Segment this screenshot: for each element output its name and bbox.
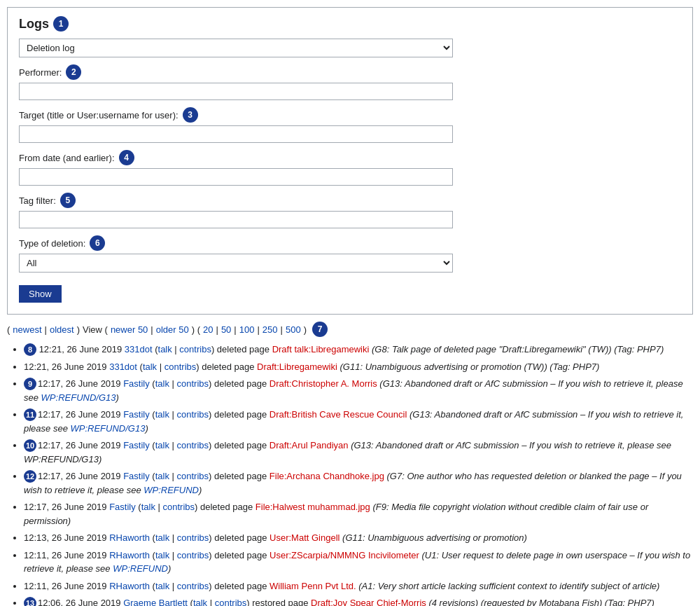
- entry-page[interactable]: Draft:British Cave Rescue Council: [270, 409, 407, 420]
- entry-page[interactable]: User:ZScarpia/NMMNG Incivilometer: [270, 550, 419, 560]
- entry-action: deleted page: [214, 440, 270, 450]
- entry-talk[interactable]: talk: [155, 581, 169, 591]
- performer-input[interactable]: [19, 83, 453, 100]
- target-input[interactable]: [19, 125, 453, 143]
- entry-refund-link[interactable]: WP:REFUND: [113, 563, 168, 574]
- nav-sep1: |: [45, 324, 47, 335]
- entry-time: 12:17, 26 June 2019: [38, 409, 123, 420]
- type-deletion-label: Type of deletion: 6: [19, 235, 681, 251]
- target-row: Target (title or User:username for user)…: [19, 107, 681, 143]
- entry-page[interactable]: Draft:Arul Pandiyan: [270, 440, 349, 450]
- entry-contribs[interactable]: contribs: [177, 471, 209, 481]
- entry-contribs[interactable]: contribs: [177, 550, 209, 560]
- from-date-row: From date (and earlier): 4 No date selec…: [19, 150, 681, 186]
- entry-reason: (G11: Unambiguous advertising or promoti…: [342, 532, 527, 543]
- entry-talk[interactable]: talk: [155, 378, 169, 389]
- entry-user[interactable]: 331dot: [109, 361, 137, 372]
- nav-sep6: |: [234, 324, 236, 335]
- entry-talk[interactable]: talk: [143, 361, 157, 372]
- log-type-select[interactable]: Deletion log: [19, 39, 453, 57]
- entry-time: 12:17, 26 June 2019: [24, 502, 109, 512]
- tag-filter-label: Tag filter: 5: [19, 193, 681, 208]
- nav-oldest[interactable]: oldest: [50, 324, 74, 335]
- entry-contribs[interactable]: contribs: [164, 361, 197, 372]
- entry-tag: (Tag: PHP7): [605, 598, 654, 606]
- nav-50[interactable]: 50: [221, 324, 231, 335]
- entry-contribs[interactable]: contribs: [177, 378, 209, 389]
- nav-newer50[interactable]: newer 50: [111, 324, 148, 335]
- nav-sep8: |: [281, 324, 283, 335]
- entry-action: deleted page: [217, 344, 272, 354]
- entry-contribs[interactable]: contribs: [177, 440, 209, 450]
- entry-contribs[interactable]: contribs: [177, 532, 209, 543]
- from-date-input[interactable]: No date selected: [19, 168, 453, 186]
- entry-contribs[interactable]: contribs: [177, 581, 209, 591]
- entry-talk[interactable]: talk: [155, 440, 169, 450]
- entry-page[interactable]: Draft:Joy Spear Chief-Morris: [311, 598, 426, 606]
- entry-contribs[interactable]: contribs: [215, 598, 247, 606]
- entry-page[interactable]: Draft:Christopher A. Morris: [270, 378, 377, 389]
- entry-user[interactable]: RHaworth: [109, 581, 150, 591]
- show-button[interactable]: Show: [19, 285, 62, 303]
- entry-page[interactable]: Draft:Libregamewiki: [257, 361, 337, 372]
- entry-talk[interactable]: talk: [155, 550, 169, 560]
- nav-100[interactable]: 100: [239, 324, 255, 335]
- step-2-badge: 2: [66, 64, 81, 80]
- entry-user[interactable]: Fastily: [123, 378, 150, 389]
- nav-older50[interactable]: older 50: [156, 324, 189, 335]
- entry-reason: (A1: Very short article lacking sufficie…: [358, 581, 659, 591]
- entry-action: deleted page: [214, 471, 270, 481]
- entry-user[interactable]: RHaworth: [109, 550, 150, 560]
- entry-contribs[interactable]: contribs: [177, 409, 209, 420]
- from-date-label: From date (and earlier): 4: [19, 150, 681, 165]
- entry-contribs[interactable]: contribs: [179, 344, 211, 354]
- entry-talk[interactable]: talk: [155, 532, 169, 543]
- entry-user[interactable]: 331dot: [125, 344, 153, 354]
- entry-page[interactable]: William Penn Pvt Ltd.: [270, 581, 356, 591]
- log-entry: 8 12:21, 26 June 2019 331dot (talk | con…: [24, 343, 693, 357]
- entry-user[interactable]: Graeme Bartlett: [123, 598, 188, 606]
- entry-refund-link[interactable]: WP:REFUND/G13: [71, 423, 146, 434]
- tag-filter-input[interactable]: [19, 211, 453, 228]
- entry-talk[interactable]: talk: [155, 471, 169, 481]
- entry-talk[interactable]: talk: [193, 598, 207, 606]
- entry-time: 12:11, 26 June 2019: [24, 550, 109, 560]
- nav-500[interactable]: 500: [286, 324, 301, 335]
- nav-line: ( newest | oldest ) View ( newer 50 | ol…: [7, 322, 693, 337]
- entry-time: 12:21, 26 June 2019: [24, 361, 109, 372]
- entry-talk[interactable]: talk: [155, 409, 169, 420]
- entry-page[interactable]: File:Halwest muhammad.jpg: [255, 502, 370, 512]
- logs-form: Logs 1 Deletion log Performer: 2 Target …: [7, 7, 693, 315]
- nav-250[interactable]: 250: [262, 324, 278, 335]
- entry-time: 12:17, 26 June 2019: [38, 378, 123, 389]
- entry-user[interactable]: Fastily: [123, 409, 150, 420]
- entry-page[interactable]: Draft talk:Libregamewiki: [272, 344, 370, 354]
- entry-user[interactable]: Fastily: [123, 471, 150, 481]
- entry-contribs[interactable]: contribs: [163, 502, 195, 512]
- entry-refund-link[interactable]: WP:REFUND: [144, 485, 199, 495]
- tag-filter-row: Tag filter: 5: [19, 193, 681, 228]
- entry-talk[interactable]: talk: [141, 502, 155, 512]
- step-4-badge: 4: [119, 150, 134, 165]
- step-1-badge: 1: [53, 16, 69, 32]
- entry-time: 12:21, 26 June 2019: [39, 344, 125, 354]
- entry-time: 12:06, 26 June 2019: [38, 598, 123, 606]
- nav-20[interactable]: 20: [203, 324, 213, 335]
- logs-title: Logs 1: [19, 16, 681, 32]
- entry-reason: (G8: Talk page of deleted page "Draft:Li…: [372, 344, 614, 354]
- type-deletion-select[interactable]: All: [19, 254, 453, 273]
- step-badge-11: 11: [24, 408, 36, 421]
- step-badge-10: 10: [24, 439, 36, 452]
- nav-newest[interactable]: newest: [13, 324, 41, 335]
- entry-action: deleted page: [214, 581, 270, 591]
- entry-user[interactable]: RHaworth: [109, 532, 150, 543]
- entry-page[interactable]: User:Matt Gingell: [270, 532, 340, 543]
- log-entry: 12:17, 26 June 2019 Fastily (talk | cont…: [24, 500, 693, 528]
- entry-user[interactable]: Fastily: [109, 502, 136, 512]
- logs-title-text: Logs: [19, 17, 49, 32]
- entry-page[interactable]: File:Archana Chandhoke.jpg: [270, 471, 384, 481]
- entry-talk[interactable]: talk: [158, 344, 172, 354]
- entry-user[interactable]: Fastily: [123, 440, 150, 450]
- nav-sep9: ): [304, 324, 307, 335]
- entry-refund-link[interactable]: WP:REFUND/G13: [41, 392, 116, 403]
